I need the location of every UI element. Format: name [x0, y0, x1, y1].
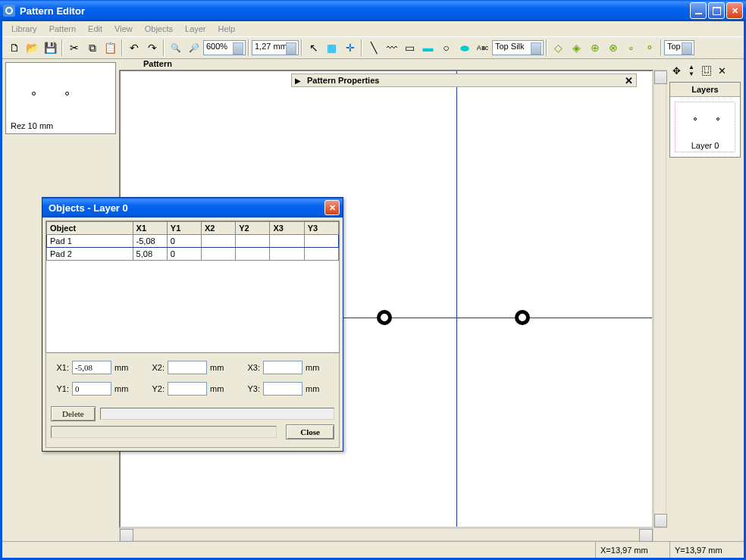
- layer-up-icon[interactable]: [685, 64, 698, 70]
- window-title: Pattern Editor: [20, 5, 690, 17]
- preview-pad2-icon: [65, 92, 69, 95]
- col-y3[interactable]: Y3: [304, 222, 338, 235]
- y2-label: Y2:: [146, 384, 165, 393]
- pad6-icon[interactable]: [641, 39, 658, 57]
- padlayer-combo[interactable]: Top: [664, 40, 694, 55]
- layers-title: Layers: [670, 83, 740, 97]
- line-icon[interactable]: [365, 39, 382, 57]
- x2-input[interactable]: [168, 361, 207, 374]
- y2-input[interactable]: [168, 382, 207, 396]
- dialog-close-icon[interactable]: ✕: [324, 200, 340, 215]
- col-x1[interactable]: X1: [133, 222, 167, 235]
- undo-icon[interactable]: [125, 39, 143, 57]
- status-y: Y=13,97 mm: [669, 542, 744, 558]
- layer-item[interactable]: Layer 0: [675, 102, 735, 152]
- maximize-button[interactable]: [708, 2, 725, 19]
- col-x2[interactable]: X2: [202, 222, 236, 235]
- delete-layer-icon[interactable]: [715, 64, 729, 77]
- grid-combo[interactable]: 1,27 mm: [252, 40, 299, 55]
- pad3-icon[interactable]: [586, 39, 603, 57]
- rect-icon[interactable]: [401, 39, 418, 57]
- zoom-out-icon[interactable]: [167, 39, 184, 57]
- expand-arrow-icon[interactable]: ▶: [295, 77, 301, 85]
- layer-down-icon[interactable]: [685, 70, 698, 77]
- x3-label: X3:: [242, 363, 260, 372]
- menu-library[interactable]: Library: [7, 23, 42, 35]
- close-button[interactable]: Close: [286, 424, 334, 440]
- table-row[interactable]: Pad 2 5,08 0: [47, 248, 339, 261]
- y3-label: Y3:: [242, 384, 260, 393]
- filled-circle-icon[interactable]: [456, 39, 473, 57]
- dialog-title: Objects - Layer 0: [45, 202, 324, 214]
- status-x: X=13,97 mm: [595, 542, 669, 558]
- measure-icon[interactable]: [323, 39, 340, 57]
- open-icon[interactable]: [24, 39, 41, 57]
- layers-sidebar: Layers Layer 0: [666, 59, 744, 541]
- y3-input[interactable]: [263, 382, 302, 396]
- origin-icon[interactable]: [341, 39, 359, 57]
- copy-icon[interactable]: [83, 39, 101, 57]
- pad-icon[interactable]: [550, 39, 567, 57]
- menu-layer[interactable]: Layer: [180, 23, 211, 35]
- y1-label: Y1:: [51, 384, 69, 393]
- dialog-scroll[interactable]: [100, 408, 334, 420]
- col-object[interactable]: Object: [47, 222, 133, 235]
- menu-edit[interactable]: Edit: [83, 23, 107, 35]
- redo-icon[interactable]: [143, 39, 161, 57]
- crosshair-vertical: [456, 71, 457, 527]
- menu-objects[interactable]: Objects: [140, 23, 177, 35]
- paste-icon[interactable]: [102, 39, 119, 57]
- close-button[interactable]: [726, 2, 743, 19]
- select-icon[interactable]: [305, 39, 322, 57]
- pattern-properties-bar[interactable]: ▶ Pattern Properties ✕: [291, 74, 637, 87]
- toolbar: 600% 1,27 mm Top Silk Top: [2, 36, 744, 59]
- polyline-icon[interactable]: [383, 39, 400, 57]
- new-icon[interactable]: [5, 39, 23, 57]
- menu-pattern[interactable]: Pattern: [45, 23, 80, 35]
- col-y2[interactable]: Y2: [236, 222, 270, 235]
- layer-item-label: Layer 0: [677, 141, 733, 150]
- menu-view[interactable]: View: [110, 23, 137, 35]
- horizontal-scrollbar[interactable]: [119, 528, 654, 541]
- pattern-properties-close-icon[interactable]: ✕: [625, 75, 633, 86]
- y1-input[interactable]: [72, 382, 111, 396]
- canvas-pad1[interactable]: [377, 310, 392, 325]
- table-row[interactable]: Pad 1 -5,08 0: [47, 235, 339, 248]
- menu-help[interactable]: Help: [214, 23, 240, 35]
- pattern-properties-label: Pattern Properties: [307, 76, 625, 85]
- pad5-icon[interactable]: [622, 39, 640, 57]
- text-icon[interactable]: [474, 39, 491, 57]
- preview-box[interactable]: Rez 10 mm: [5, 62, 116, 134]
- save-icon[interactable]: [42, 39, 59, 57]
- canvas-pad2[interactable]: [515, 310, 530, 325]
- col-y1[interactable]: Y1: [167, 222, 201, 235]
- x1-label: X1:: [51, 363, 69, 372]
- preview-pad1-icon: [32, 92, 36, 95]
- app-icon: [3, 5, 15, 17]
- dialog-hscroll[interactable]: [51, 426, 277, 438]
- x2-label: X2:: [146, 363, 165, 372]
- objects-dialog: Objects - Layer 0 ✕ Object X1 Y1 X2 Y2 X…: [42, 197, 343, 452]
- move-layer-icon[interactable]: [669, 64, 683, 77]
- col-x3[interactable]: X3: [270, 222, 304, 235]
- filled-rect-icon[interactable]: [419, 39, 437, 57]
- pad4-icon[interactable]: [604, 39, 622, 57]
- pad2-icon[interactable]: [568, 39, 585, 57]
- menubar: Library Pattern Edit View Objects Layer …: [2, 21, 744, 36]
- preview-label: Rez 10 mm: [11, 121, 53, 130]
- vertical-scrollbar[interactable]: [654, 70, 666, 528]
- circle-icon[interactable]: [437, 39, 455, 57]
- drawlayer-combo[interactable]: Top Silk: [492, 40, 544, 55]
- arrange-layer-icon[interactable]: [700, 64, 713, 77]
- canvas-title: Pattern: [119, 59, 666, 70]
- dialog-titlebar[interactable]: Objects - Layer 0 ✕: [42, 198, 343, 217]
- x1-input[interactable]: [72, 361, 111, 374]
- minimize-button[interactable]: [690, 2, 707, 19]
- objects-table[interactable]: Object X1 Y1 X2 Y2 X3 Y3 Pad 1 -5,08 0: [46, 221, 339, 261]
- x3-input[interactable]: [263, 361, 302, 374]
- cut-icon[interactable]: [65, 39, 83, 57]
- titlebar: Pattern Editor: [0, 0, 746, 21]
- zoom-combo[interactable]: 600%: [203, 40, 246, 55]
- delete-button[interactable]: Delete: [51, 406, 96, 421]
- zoom-in-icon[interactable]: [185, 39, 202, 57]
